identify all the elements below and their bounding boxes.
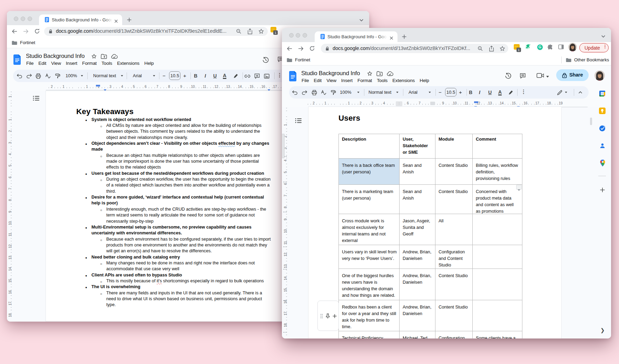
svg-text:31: 31 bbox=[601, 92, 603, 95]
